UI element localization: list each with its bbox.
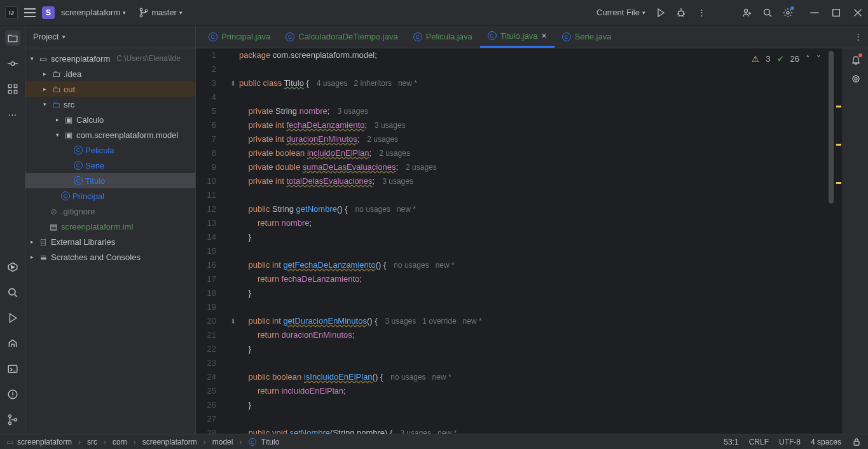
tree-class-principal[interactable]: C Principal (25, 188, 195, 204)
chevron-down-icon: ▾ (62, 34, 65, 40)
svg-point-18 (14, 418, 17, 421)
settings-icon[interactable] (783, 8, 793, 18)
debug-icon[interactable] (676, 8, 686, 18)
expand-icon[interactable]: ▸ (53, 116, 61, 123)
class-icon: C (74, 176, 83, 185)
run-tool-icon[interactable] (5, 310, 20, 326)
more-icon[interactable]: ⋮ (696, 8, 706, 18)
tree-folder-src[interactable]: ▾ 🗀 src (25, 97, 195, 112)
svg-point-20 (855, 78, 857, 80)
code-with-me-icon[interactable] (742, 8, 752, 18)
main-menu-icon[interactable] (24, 8, 36, 17)
code-editor[interactable]: ⚠3 ✔26 ˄ ˅ 1package com.screenplataform.… (196, 48, 843, 434)
class-icon: C (61, 191, 70, 200)
crumb-item[interactable]: src (87, 438, 97, 446)
search-icon[interactable] (762, 8, 773, 18)
tree-scratches[interactable]: ▸ ≣ Scratches and Consoles (25, 249, 195, 265)
ai-assistant-icon[interactable] (851, 74, 861, 84)
crumb-item[interactable]: com (113, 438, 127, 446)
expand-icon[interactable]: ▾ (53, 132, 61, 138)
tab-label: Pelicula.java (426, 32, 472, 41)
project-name-label: screenplataform (61, 8, 120, 17)
override-gutter-icon[interactable]: ⬇ (226, 76, 239, 90)
svg-point-13 (8, 289, 15, 295)
vertical-scrollbar[interactable] (829, 51, 834, 204)
package-icon: ▣ (64, 114, 74, 125)
project-selector[interactable]: screenplataform ▾ (61, 8, 126, 17)
run-config-selector[interactable]: Current File ▾ (596, 8, 645, 17)
ide-logo: IJ (5, 6, 18, 19)
expand-icon[interactable]: ▸ (28, 254, 36, 260)
notifications-icon[interactable] (851, 55, 861, 65)
branch-label: master (151, 8, 177, 17)
line-separator[interactable]: CRLF (749, 438, 769, 446)
terminal-tool-icon[interactable] (5, 361, 20, 376)
svg-rect-7 (833, 9, 840, 16)
commit-tool-icon[interactable] (5, 56, 20, 71)
build-tool-icon[interactable] (5, 336, 20, 351)
tree-file-gitignore[interactable]: ⊘ .gitignore (25, 204, 195, 219)
project-panel-header[interactable]: Project ▾ (25, 25, 195, 48)
editor-tabs: CPrincipal.java CCalculadoraDeTiempo.jav… (196, 25, 868, 48)
problems-tool-icon[interactable] (5, 387, 20, 402)
breadcrumb[interactable]: ▭ screenplataform› src› com› screenplata… (6, 438, 279, 446)
tree-external-libs[interactable]: ▸ ⌸ External Libraries (25, 234, 195, 249)
tab-titulo[interactable]: CTitulo.java× (480, 25, 555, 48)
tree-package-calculo[interactable]: ▸ ▣ Calculo (25, 112, 195, 127)
expand-icon[interactable]: ▸ (28, 238, 36, 245)
tab-serie[interactable]: CSerie.java (555, 25, 619, 48)
maximize-icon[interactable] (831, 8, 841, 18)
svg-rect-14 (8, 365, 17, 372)
tree-file-iml[interactable]: ▤ screenplataform.iml (25, 219, 195, 234)
crumb-item[interactable]: screenplataform (17, 438, 72, 446)
tree-class-serie[interactable]: C Serie (25, 158, 195, 173)
crumb-item[interactable]: model (212, 438, 233, 446)
crumb-item[interactable]: screenplataform (142, 438, 197, 446)
branch-selector[interactable]: master ▾ (139, 8, 183, 18)
tab-label: Principal.java (221, 32, 270, 41)
chevron-down-icon[interactable]: ˅ (816, 52, 821, 66)
tree-class-titulo[interactable]: C Titulo (25, 173, 195, 188)
crumb-item[interactable]: Titulo (261, 438, 279, 446)
minimize-icon[interactable] (809, 8, 820, 18)
close-icon[interactable] (853, 8, 863, 18)
project-tool-icon[interactable] (5, 31, 20, 46)
services-tool-icon[interactable] (5, 259, 20, 275)
indent[interactable]: 4 spaces (811, 438, 841, 446)
caret-position[interactable]: 53:1 (724, 438, 738, 446)
run-icon[interactable] (656, 8, 666, 18)
tree-label: .gitignore (61, 207, 95, 216)
check-count: 26 (790, 52, 799, 66)
more-tool-icon[interactable]: ⋯ (5, 107, 20, 122)
tabs-more-icon[interactable]: ⋮ (853, 32, 863, 42)
expand-icon[interactable]: ▾ (41, 101, 48, 107)
svg-point-19 (853, 76, 859, 82)
tree-path: C:\Users\Elena\Ide (116, 54, 181, 63)
readonly-lock-icon[interactable] (851, 437, 862, 447)
tab-pelicula[interactable]: CPelicula.java (406, 25, 480, 48)
close-icon[interactable]: × (541, 31, 546, 41)
expand-icon[interactable]: ▾ (28, 55, 36, 62)
tree-root[interactable]: ▾ ▭ screenplataform C:\Users\Elena\Ide (25, 51, 195, 66)
class-icon: C (249, 438, 257, 446)
tab-principal[interactable]: CPrincipal.java (201, 25, 278, 48)
expand-icon[interactable]: ▸ (41, 86, 48, 92)
tree-class-pelicula[interactable]: C Pelicula (25, 142, 195, 158)
class-icon: C (74, 146, 83, 155)
tree-package-model[interactable]: ▾ ▣ com.screenplataform.model (25, 127, 195, 142)
vcs-tool-icon[interactable] (5, 412, 20, 427)
tree-folder-out[interactable]: ▸ 🗀 out (25, 81, 195, 97)
package-icon: ▣ (64, 130, 74, 140)
statusbar: ▭ screenplataform› src› com› screenplata… (0, 434, 868, 449)
find-tool-icon[interactable] (5, 285, 20, 300)
tab-calculadora[interactable]: CCalculadoraDeTiempo.java (278, 25, 405, 48)
project-panel: Project ▾ ▾ ▭ screenplataform C:\Users\E… (25, 25, 196, 434)
svg-point-0 (140, 8, 142, 11)
tree-folder-idea[interactable]: ▸ 🗀 .idea (25, 66, 195, 81)
encoding[interactable]: UTF-8 (779, 438, 801, 446)
override-gutter-icon[interactable]: ⬇ (226, 314, 239, 328)
structure-tool-icon[interactable] (5, 81, 20, 97)
inspection-widget[interactable]: ⚠3 ✔26 ˄ ˅ (752, 52, 821, 66)
expand-icon[interactable]: ▸ (41, 71, 48, 77)
chevron-up-icon[interactable]: ˄ (806, 52, 810, 66)
